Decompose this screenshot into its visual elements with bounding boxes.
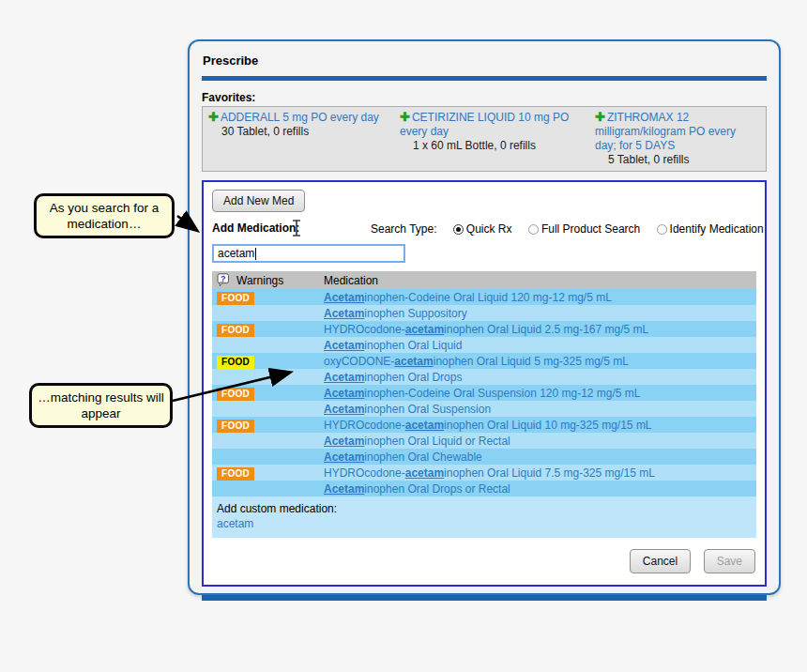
table-row[interactable]: Acetaminophen Oral Liquid bbox=[212, 337, 756, 353]
table-row[interactable]: Acetaminophen Oral Suspension bbox=[212, 401, 756, 417]
table-row[interactable]: Acetaminophen Oral Drops bbox=[212, 369, 756, 385]
radio-unselected-icon[interactable] bbox=[657, 224, 667, 235]
page: Prescribe Favorites: ✚ADDERALL 5 mg PO e… bbox=[0, 0, 807, 672]
favorites-label: Favorites: bbox=[202, 91, 767, 104]
table-row[interactable]: FOOD Acetaminophen-Codeine Oral Suspensi… bbox=[212, 385, 756, 401]
favorite-detail: 30 Tablet, 0 refills bbox=[208, 125, 392, 139]
food-warning-badge: FOOD bbox=[217, 467, 254, 481]
medication-link[interactable]: Acetaminophen Suppository bbox=[324, 307, 467, 320]
favorite-item[interactable]: ✚ZITHROMAX 12 milligram/kilogram PO ever… bbox=[595, 110, 760, 167]
table-row[interactable]: FOOD HYDROcodone-acetaminophen Oral Liqu… bbox=[212, 465, 756, 481]
cancel-button[interactable]: Cancel bbox=[630, 549, 691, 573]
add-medication-label: Add Medication: bbox=[212, 221, 299, 235]
radio-identify-medication[interactable]: Identify Medication bbox=[657, 222, 764, 236]
title-divider-bar bbox=[202, 76, 767, 81]
medication-link[interactable]: oxyCODONE-acetaminophen Oral Liquid 5 mg… bbox=[324, 355, 629, 368]
search-results: ? Warnings Medication FOOD Acetaminophen… bbox=[212, 271, 756, 538]
dialog-actions: Cancel Save bbox=[212, 549, 756, 573]
food-warning-badge: FOOD bbox=[217, 420, 254, 433]
warning-cell: FOOD bbox=[217, 323, 324, 336]
table-row[interactable]: Acetaminophen Suppository bbox=[212, 305, 756, 321]
warning-cell: FOOD bbox=[217, 387, 324, 400]
table-row[interactable]: FOOD HYDROcodone-acetaminophen Oral Liqu… bbox=[212, 417, 756, 433]
add-custom-medication-area: Add custom medication: acetam bbox=[212, 496, 756, 538]
medication-link[interactable]: Acetaminophen Oral Drops or Rectal bbox=[324, 482, 510, 496]
warnings-column-header: Warnings bbox=[236, 274, 283, 287]
favorite-med-link[interactable]: ADDERALL 5 mg PO every day bbox=[221, 111, 379, 124]
add-plus-icon: ✚ bbox=[595, 110, 605, 124]
table-row[interactable]: FOOD oxyCODONE-acetaminophen Oral Liquid… bbox=[212, 353, 756, 369]
warnings-help-icon[interactable]: ? bbox=[217, 273, 231, 287]
food-warning-badge: FOOD bbox=[217, 356, 254, 369]
add-custom-medication-link[interactable]: acetam bbox=[217, 516, 752, 531]
svg-text:?: ? bbox=[221, 274, 226, 283]
favorite-med-link[interactable]: CETIRIZINE LIQUID 10 mg PO every day bbox=[400, 111, 569, 138]
food-warning-badge: FOOD bbox=[217, 324, 254, 337]
radio-quick-rx[interactable]: Quick Rx bbox=[453, 222, 512, 236]
bottom-divider-bar bbox=[202, 595, 767, 601]
medication-link[interactable]: Acetaminophen Oral Liquid bbox=[324, 339, 462, 352]
medication-link[interactable]: HYDROcodone-acetaminophen Oral Liquid 2.… bbox=[324, 323, 648, 336]
search-type-label: Search Type: bbox=[371, 222, 437, 236]
favorite-item[interactable]: ✚CETIRIZINE LIQUID 10 mg PO every day 1 … bbox=[400, 110, 587, 167]
radio-unselected-icon[interactable] bbox=[528, 224, 539, 235]
favorite-med-link[interactable]: ZITHROMAX 12 milligram/kilogram PO every… bbox=[595, 111, 736, 152]
callout-search-annotation: As you search for a medication… bbox=[34, 193, 175, 238]
table-row[interactable]: Acetaminophen Oral Chewable bbox=[212, 449, 756, 465]
medication-link[interactable]: Acetaminophen-Codeine Oral Liquid 120 mg… bbox=[324, 291, 612, 304]
warning-cell: FOOD bbox=[217, 291, 324, 304]
medication-link[interactable]: Acetaminophen Oral Suspension bbox=[324, 403, 491, 416]
medication-link[interactable]: HYDROcodone-acetaminophen Oral Liquid 7.… bbox=[324, 466, 655, 480]
medication-link[interactable]: HYDROcodone-acetaminophen Oral Liquid 10… bbox=[324, 419, 652, 432]
add-medication-panel: Add New Med Add Medication: Search Type:… bbox=[202, 180, 767, 587]
medication-link[interactable]: Acetaminophen-Codeine Oral Suspension 12… bbox=[324, 387, 641, 400]
text-caret bbox=[255, 248, 256, 260]
table-row[interactable]: FOOD HYDROcodone-acetaminophen Oral Liqu… bbox=[212, 321, 756, 337]
table-row[interactable]: FOOD Acetaminophen-Codeine Oral Liquid 1… bbox=[212, 289, 756, 305]
add-plus-icon: ✚ bbox=[208, 110, 219, 124]
favorite-detail: 5 Tablet, 0 refills bbox=[595, 153, 760, 167]
callout-results-annotation: …matching results will appear bbox=[29, 383, 173, 428]
favorites-list: ✚ADDERALL 5 mg PO every day 30 Tablet, 0… bbox=[202, 106, 767, 172]
results-rows: FOOD Acetaminophen-Codeine Oral Liquid 1… bbox=[212, 289, 756, 496]
warning-cell: FOOD bbox=[217, 466, 324, 480]
food-warning-badge: FOOD bbox=[217, 388, 254, 401]
save-button[interactable]: Save bbox=[704, 549, 755, 573]
results-header-row: ? Warnings Medication bbox=[212, 271, 756, 289]
radio-selected-icon[interactable] bbox=[453, 224, 464, 235]
medication-column-header: Medication bbox=[324, 274, 378, 287]
add-plus-icon: ✚ bbox=[400, 110, 410, 124]
prescribe-dialog: Prescribe Favorites: ✚ADDERALL 5 mg PO e… bbox=[188, 39, 781, 595]
table-row[interactable]: Acetaminophen Oral Drops or Rectal bbox=[212, 481, 756, 496]
table-row[interactable]: Acetaminophen Oral Liquid or Rectal bbox=[212, 433, 756, 449]
search-type-group: Search Type: Quick Rx Full Product Searc… bbox=[371, 222, 764, 236]
dialog-title: Prescribe bbox=[190, 41, 779, 76]
warning-cell: FOOD bbox=[217, 355, 324, 368]
food-warning-badge: FOOD bbox=[217, 292, 254, 305]
add-new-med-button[interactable]: Add New Med bbox=[212, 190, 305, 212]
radio-full-product-search[interactable]: Full Product Search bbox=[528, 222, 640, 236]
warning-cell: FOOD bbox=[217, 419, 324, 432]
medication-link[interactable]: Acetaminophen Oral Chewable bbox=[324, 451, 482, 464]
medication-link[interactable]: Acetaminophen Oral Drops bbox=[324, 371, 462, 384]
favorite-detail: 1 x 60 mL Bottle, 0 refills bbox=[400, 139, 587, 153]
add-custom-medication-label: Add custom medication: bbox=[217, 501, 752, 516]
medication-search-input[interactable] bbox=[212, 244, 405, 263]
medication-link[interactable]: Acetaminophen Oral Liquid or Rectal bbox=[324, 435, 510, 448]
favorite-item[interactable]: ✚ADDERALL 5 mg PO every day 30 Tablet, 0… bbox=[208, 110, 392, 167]
